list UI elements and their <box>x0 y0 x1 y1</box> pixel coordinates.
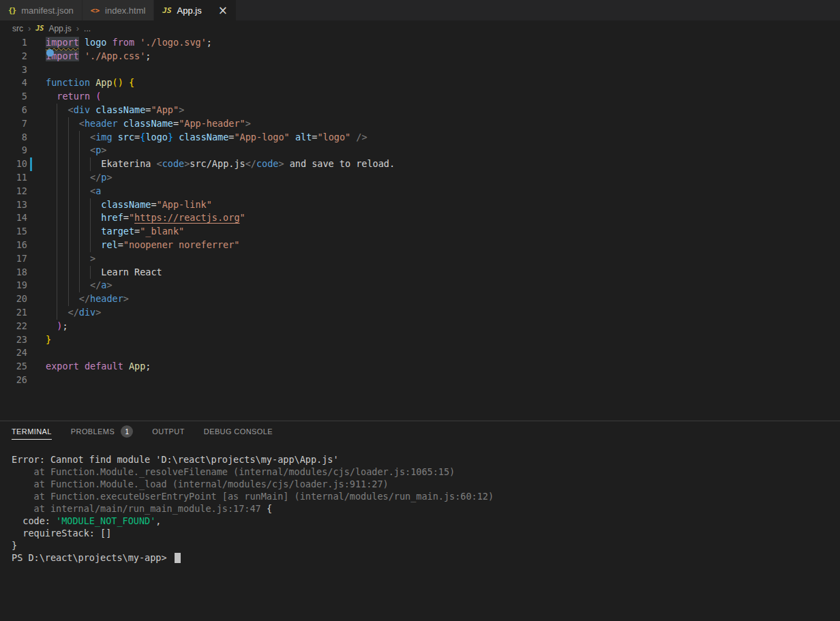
code-token <box>46 145 90 155</box>
line-number[interactable]: 26 <box>0 374 27 387</box>
line-number[interactable]: 20 <box>0 292 27 306</box>
line-number[interactable]: 21 <box>0 306 27 320</box>
line-number[interactable]: 25 <box>0 360 27 374</box>
code-line[interactable]: 11 </p> <box>0 171 840 185</box>
tab-app-js[interactable]: JS App.js × <box>154 0 237 20</box>
panel-tab-terminal[interactable]: TERMINAL <box>12 422 52 441</box>
terminal-text: code: <box>12 515 56 526</box>
gutter-spacer <box>30 320 32 333</box>
code-line[interactable]: 3 <box>0 63 840 77</box>
code-line[interactable]: 17 > <box>0 252 840 266</box>
breadcrumb-item-file[interactable]: App.js <box>48 24 71 33</box>
tab-manifest-json[interactable]: {} manifest.json <box>0 0 82 20</box>
code-token: "App" <box>151 104 179 115</box>
breadcrumb-item-src[interactable]: src <box>12 24 23 33</box>
panel-tab-label: PROBLEMS <box>71 427 115 436</box>
code-token: a <box>95 185 101 196</box>
code-line[interactable]: 19 </a> <box>0 279 840 292</box>
line-number[interactable]: 4 <box>0 76 27 90</box>
line-number[interactable]: 11 <box>0 171 27 185</box>
code-line[interactable]: 25export default App; <box>0 360 840 374</box>
code-line[interactable]: 23} <box>0 333 840 347</box>
json-file-icon: {} <box>8 6 16 15</box>
terminal-text: , <box>155 515 161 526</box>
tab-index-html[interactable]: <> index.html <box>82 0 155 20</box>
editor-tab-bar: {} manifest.json <> index.html JS App.js… <box>0 0 840 20</box>
code-line[interactable]: 5 return ( <box>0 90 840 104</box>
line-number[interactable]: 12 <box>0 185 27 198</box>
code-line[interactable]: 24 <box>0 346 840 360</box>
code-token <box>46 293 79 304</box>
code-line[interactable]: 26 <box>0 374 840 387</box>
line-number[interactable]: 17 <box>0 252 27 266</box>
panel-tab-problems[interactable]: PROBLEMS 1 <box>71 420 133 443</box>
code-line-text: </header> <box>46 292 129 306</box>
line-number[interactable]: 5 <box>0 90 27 104</box>
line-number[interactable]: 14 <box>0 211 27 225</box>
code-line[interactable]: 21 </div> <box>0 306 840 320</box>
code-token: < <box>90 145 95 155</box>
code-line[interactable]: 18 Learn React <box>0 266 840 279</box>
gutter-spacer <box>30 104 32 117</box>
code-line[interactable]: 8 <img src={logo} className="App-logo" a… <box>0 131 840 145</box>
code-token: < <box>68 104 74 115</box>
line-number[interactable]: 16 <box>0 239 27 252</box>
line-number[interactable]: 7 <box>0 117 27 131</box>
code-token: "App-link" <box>157 199 212 210</box>
line-number[interactable]: 13 <box>0 198 27 212</box>
code-line[interactable]: 15 target="_blank" <box>0 225 840 239</box>
line-number[interactable]: 6 <box>0 104 27 117</box>
code-line[interactable]: 16 rel="noopener noreferrer" <box>0 239 840 252</box>
line-number[interactable]: 18 <box>0 266 27 279</box>
code-token: Learn React <box>46 267 162 277</box>
code-editor[interactable]: 1import logo from './logo.svg';2import '… <box>0 36 840 421</box>
breadcrumb-item-symbol[interactable]: ... <box>84 24 91 33</box>
line-number[interactable]: 19 <box>0 279 27 292</box>
code-token <box>46 320 57 331</box>
terminal-line: at Function.executeUserEntryPoint [as ru… <box>12 490 840 502</box>
panel-tab-label: OUTPUT <box>152 427 185 436</box>
line-number[interactable]: 22 <box>0 320 27 333</box>
line-number[interactable]: 15 <box>0 225 27 239</box>
code-line[interactable]: 20 </header> <box>0 292 840 306</box>
code-line[interactable]: 13 className="App-link" <box>0 198 840 212</box>
tab-label: index.html <box>105 5 145 16</box>
terminal-output[interactable]: Error: Cannot find module 'D:\react\proj… <box>0 442 840 564</box>
code-line[interactable]: 2import './App.css'; <box>0 50 840 63</box>
line-number[interactable]: 3 <box>0 63 27 77</box>
code-line-text: <p> <box>46 144 106 157</box>
code-line-text: </p> <box>46 171 112 185</box>
code-line[interactable]: 10 Ekaterina <code>src/App.js</code> and… <box>0 157 840 171</box>
close-tab-icon[interactable]: × <box>218 5 228 16</box>
code-token: logo <box>145 132 168 142</box>
code-token: " <box>240 212 245 223</box>
gutter-spacer <box>30 239 32 252</box>
line-number[interactable]: 8 <box>0 131 27 145</box>
line-number[interactable]: 23 <box>0 333 27 347</box>
terminal-line: requireStack: [] <box>12 527 840 539</box>
code-line[interactable]: 6 <div className="App"> <box>0 104 840 117</box>
panel-tab-debug-console[interactable]: DEBUG CONSOLE <box>204 422 273 441</box>
vscode-window: {} manifest.json <> index.html JS App.js… <box>0 0 840 620</box>
code-token: header <box>85 118 118 129</box>
code-token <box>79 50 85 61</box>
code-line[interactable]: 12 <a <box>0 185 840 198</box>
code-token: "_blank" <box>140 226 184 237</box>
code-line[interactable]: 14 href="https://reactjs.org" <box>0 211 840 225</box>
code-line[interactable]: 1import logo from './logo.svg'; <box>0 36 840 50</box>
line-number[interactable]: 1 <box>0 36 27 50</box>
code-line[interactable]: 7 <header className="App-header"> <box>0 117 840 131</box>
code-token: target <box>101 226 134 237</box>
gutter-spacer <box>30 171 32 185</box>
panel-tab-output[interactable]: OUTPUT <box>152 422 185 441</box>
code-token: "App-header" <box>179 118 245 129</box>
line-number[interactable]: 10 <box>0 157 27 171</box>
code-line[interactable]: 9 <p> <box>0 144 840 157</box>
code-line[interactable]: 22 ); <box>0 320 840 333</box>
line-number[interactable]: 9 <box>0 144 27 157</box>
line-number[interactable]: 24 <box>0 346 27 360</box>
code-line[interactable]: 4function App() { <box>0 76 840 90</box>
line-number[interactable]: 2 <box>0 50 27 63</box>
code-token: < <box>90 132 95 142</box>
code-token: "App-logo" <box>234 132 289 142</box>
